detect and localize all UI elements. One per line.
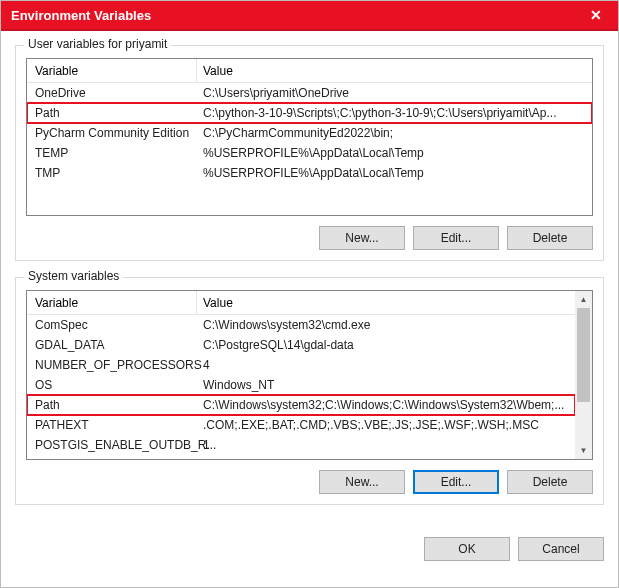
system-new-button[interactable]: New... [319, 470, 405, 494]
user-edit-button[interactable]: Edit... [413, 226, 499, 250]
user-new-button[interactable]: New... [319, 226, 405, 250]
cell-variable: POSTGIS_ENABLE_OUTDB_R... [27, 438, 197, 452]
user-group-label: User variables for priyamit [24, 37, 171, 51]
table-row[interactable]: TMP%USERPROFILE%\AppData\Local\Temp [27, 163, 592, 183]
cell-value: C:\PyCharmCommunityEd2022\bin; [197, 126, 592, 140]
system-edit-button[interactable]: Edit... [413, 470, 499, 494]
table-row[interactable]: PyCharm Community EditionC:\PyCharmCommu… [27, 123, 592, 143]
cell-variable: Path [27, 398, 197, 412]
cell-value: 1 [197, 438, 575, 452]
cell-variable: OS [27, 378, 197, 392]
table-row[interactable]: POSTGIS_ENABLE_OUTDB_R...1 [27, 435, 575, 455]
system-scrollbar[interactable]: ▲ ▼ [575, 291, 592, 459]
window-title: Environment Variables [11, 8, 574, 23]
table-row[interactable]: OSWindows_NT [27, 375, 575, 395]
cell-variable: Path [27, 106, 197, 120]
chevron-down-icon: ▼ [580, 446, 588, 455]
cell-value: .COM;.EXE;.BAT;.CMD;.VBS;.VBE;.JS;.JSE;.… [197, 418, 575, 432]
table-row[interactable]: ComSpecC:\Windows\system32\cmd.exe [27, 315, 575, 335]
table-row[interactable]: PATHEXT.COM;.EXE;.BAT;.CMD;.VBS;.VBE;.JS… [27, 415, 575, 435]
table-row[interactable]: TEMP%USERPROFILE%\AppData\Local\Temp [27, 143, 592, 163]
column-variable[interactable]: Variable [27, 291, 197, 314]
system-list-header: Variable Value [27, 291, 575, 315]
cell-value: C:\Windows\system32\cmd.exe [197, 318, 575, 332]
chevron-up-icon: ▲ [580, 295, 588, 304]
system-delete-button[interactable]: Delete [507, 470, 593, 494]
scroll-track[interactable] [575, 308, 592, 442]
system-variables-list[interactable]: Variable Value ComSpecC:\Windows\system3… [26, 290, 593, 460]
cell-value: C:\Users\priyamit\OneDrive [197, 86, 592, 100]
cell-variable: PATHEXT [27, 418, 197, 432]
cell-variable: OneDrive [27, 86, 197, 100]
table-row[interactable]: PathC:\Windows\system32;C:\Windows;C:\Wi… [27, 395, 575, 415]
scroll-down-button[interactable]: ▼ [575, 442, 592, 459]
scroll-thumb[interactable] [577, 308, 590, 402]
system-group-label: System variables [24, 269, 123, 283]
table-row[interactable]: OneDriveC:\Users\priyamit\OneDrive [27, 83, 592, 103]
cell-value: 4 [197, 358, 575, 372]
close-icon: ✕ [590, 7, 602, 23]
user-variables-list[interactable]: Variable Value OneDriveC:\Users\priyamit… [26, 58, 593, 216]
table-row[interactable]: NUMBER_OF_PROCESSORS4 [27, 355, 575, 375]
column-value[interactable]: Value [197, 291, 575, 314]
cell-value: %USERPROFILE%\AppData\Local\Temp [197, 146, 592, 160]
table-row[interactable]: PathC:\python-3-10-9\Scripts\;C:\python-… [27, 103, 592, 123]
cell-variable: NUMBER_OF_PROCESSORS [27, 358, 197, 372]
cell-variable: PyCharm Community Edition [27, 126, 197, 140]
scroll-up-button[interactable]: ▲ [575, 291, 592, 308]
column-variable[interactable]: Variable [27, 59, 197, 82]
cell-value: C:\PostgreSQL\14\gdal-data [197, 338, 575, 352]
cancel-button[interactable]: Cancel [518, 537, 604, 561]
table-row[interactable]: GDAL_DATAC:\PostgreSQL\14\gdal-data [27, 335, 575, 355]
cell-variable: TEMP [27, 146, 197, 160]
titlebar: Environment Variables ✕ [1, 1, 618, 31]
cell-value: C:\python-3-10-9\Scripts\;C:\python-3-10… [197, 106, 592, 120]
column-value[interactable]: Value [197, 59, 592, 82]
cell-variable: ComSpec [27, 318, 197, 332]
close-button[interactable]: ✕ [574, 0, 618, 30]
cell-variable: GDAL_DATA [27, 338, 197, 352]
ok-button[interactable]: OK [424, 537, 510, 561]
user-delete-button[interactable]: Delete [507, 226, 593, 250]
cell-variable: TMP [27, 166, 197, 180]
cell-value: %USERPROFILE%\AppData\Local\Temp [197, 166, 592, 180]
user-variables-group: User variables for priyamit Variable Val… [15, 45, 604, 261]
cell-value: Windows_NT [197, 378, 575, 392]
system-variables-group: System variables Variable Value ComSpecC… [15, 277, 604, 505]
user-list-header: Variable Value [27, 59, 592, 83]
cell-value: C:\Windows\system32;C:\Windows;C:\Window… [197, 398, 575, 412]
